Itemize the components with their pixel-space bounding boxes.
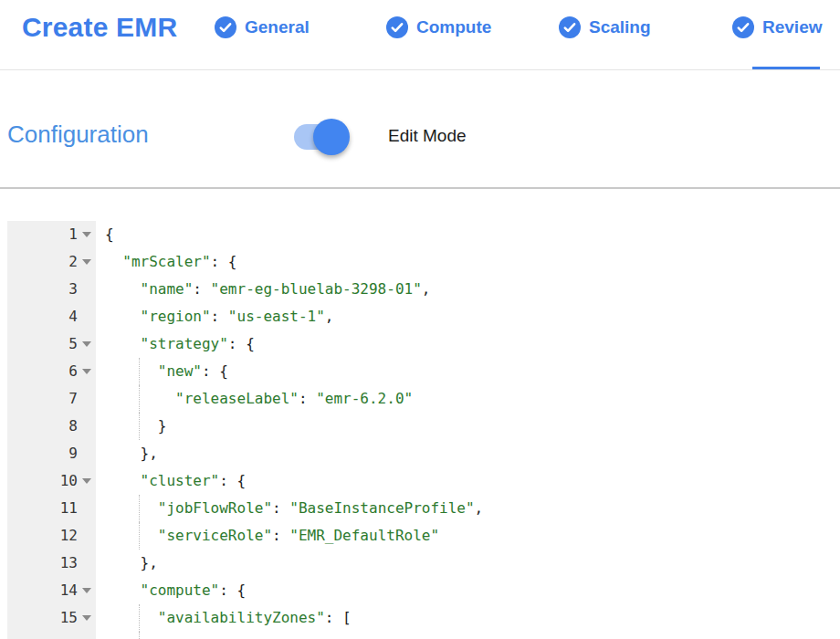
code-line-text[interactable]: "region": "us-east-1", — [105, 303, 840, 330]
fold-toggle-icon[interactable] — [82, 259, 91, 265]
step-label: Review — [762, 17, 822, 37]
line-number: 12 — [7, 522, 78, 550]
line-number: 16 — [7, 632, 78, 639]
code-line[interactable]: 7 "releaseLabel": "emr-6.2.0" — [7, 385, 840, 413]
gutter: 12 — [7, 522, 96, 550]
gutter: 9 — [7, 440, 96, 467]
indent-guide — [139, 358, 140, 385]
code-line-text[interactable]: "mrScaler": { — [105, 248, 840, 276]
fold-toggle-icon[interactable] — [82, 341, 91, 347]
code-cell[interactable]: "compute": { — [96, 577, 840, 604]
step-completed-icon — [386, 16, 408, 38]
fold-toggle-icon[interactable] — [82, 369, 91, 374]
fold-toggle-icon[interactable] — [82, 588, 91, 593]
code-cell[interactable]: "new": { — [96, 358, 840, 385]
fold-cell — [78, 495, 96, 522]
code-line-text[interactable]: "compute": { — [105, 577, 840, 604]
code-cell[interactable]: }, — [96, 440, 840, 467]
fold-cell — [78, 358, 96, 385]
fold-toggle-icon[interactable] — [82, 615, 91, 621]
fold-cell — [78, 522, 96, 550]
code-cell[interactable]: { — [96, 632, 840, 639]
code-line[interactable]: 9 }, — [7, 440, 840, 467]
step-completed-icon — [732, 16, 754, 38]
step-compute[interactable]: Compute — [386, 16, 491, 39]
code-line-text[interactable]: "new": { — [105, 358, 840, 385]
code-line[interactable]: 14 "compute": { — [7, 577, 840, 604]
code-line-text[interactable]: "serviceRole": "EMR_DefaultRole" — [105, 522, 840, 550]
code-cell[interactable]: { — [96, 221, 840, 248]
code-cell[interactable]: "cluster": { — [96, 467, 840, 495]
code-cell[interactable]: "strategy": { — [96, 330, 840, 358]
fold-cell — [78, 604, 96, 632]
code-line-text[interactable]: { — [105, 221, 840, 248]
section-title: Configuration — [7, 120, 149, 149]
gutter: 5 — [7, 330, 96, 358]
code-line[interactable]: 8 } — [7, 413, 840, 440]
line-number: 5 — [7, 330, 78, 358]
code-line[interactable]: 15 "availabilityZones": [ — [7, 604, 840, 632]
code-line-text[interactable]: "name": "emr-eg-bluelab-3298-01", — [105, 276, 840, 303]
fold-cell — [78, 632, 96, 639]
edit-mode-toggle[interactable] — [294, 124, 345, 150]
step-label: Compute — [416, 17, 491, 37]
fold-toggle-icon[interactable] — [82, 478, 91, 484]
code-line-text[interactable]: { — [105, 632, 840, 639]
gutter: 8 — [7, 413, 96, 440]
gutter: 13 — [7, 550, 96, 577]
code-cell[interactable]: "serviceRole": "EMR_DefaultRole" — [96, 522, 840, 550]
step-completed-icon — [559, 16, 581, 38]
line-number: 9 — [7, 440, 78, 467]
code-line[interactable]: 10 "cluster": { — [7, 467, 840, 495]
code-line[interactable]: 1{ — [7, 221, 840, 248]
code-line-text[interactable]: }, — [105, 440, 840, 467]
gutter: 15 — [7, 604, 96, 632]
gutter: 11 — [7, 495, 96, 522]
code-line[interactable]: 2 "mrScaler": { — [7, 248, 840, 276]
code-cell[interactable]: }, — [96, 550, 840, 577]
code-line[interactable]: 12 "serviceRole": "EMR_DefaultRole" — [7, 522, 840, 550]
code-line[interactable]: 11 "jobFlowRole": "BaseInstanceProfile", — [7, 495, 840, 522]
step-general[interactable]: General — [215, 16, 310, 39]
fold-toggle-icon[interactable] — [82, 232, 91, 237]
code-cell[interactable]: "jobFlowRole": "BaseInstanceProfile", — [96, 495, 840, 522]
code-editor[interactable]: 1{2 "mrScaler": {3 "name": "emr-eg-bluel… — [7, 221, 840, 639]
code-line-text[interactable]: "cluster": { — [105, 467, 840, 495]
code-line[interactable]: 13 }, — [7, 550, 840, 577]
fold-cell — [78, 221, 96, 248]
step-review[interactable]: Review — [732, 16, 822, 39]
line-number: 1 — [7, 221, 78, 248]
indent-guide — [139, 495, 140, 522]
code-line-text[interactable]: "strategy": { — [105, 330, 840, 358]
code-cell[interactable]: "name": "emr-eg-bluelab-3298-01", — [96, 276, 840, 303]
indent-guide — [139, 413, 140, 440]
code-line-text[interactable]: } — [105, 413, 840, 440]
indent-guide — [139, 522, 140, 550]
code-line[interactable]: 3 "name": "emr-eg-bluelab-3298-01", — [7, 276, 840, 303]
code-line[interactable]: 5 "strategy": { — [7, 330, 840, 358]
code-cell[interactable]: "mrScaler": { — [96, 248, 840, 276]
wizard-header: Create EMR General Compute Scaling Revie… — [0, 0, 840, 70]
code-cell[interactable]: "region": "us-east-1", — [96, 303, 840, 330]
code-line-text[interactable]: "jobFlowRole": "BaseInstanceProfile", — [105, 495, 840, 522]
gutter: 3 — [7, 276, 96, 303]
code-line-text[interactable]: "availabilityZones": [ — [105, 604, 840, 632]
fold-cell — [78, 577, 96, 604]
code-cell[interactable]: "releaseLabel": "emr-6.2.0" — [96, 385, 840, 413]
gutter: 16 — [7, 632, 96, 639]
code-line[interactable]: 16 { — [7, 632, 840, 639]
fold-cell — [78, 467, 96, 495]
gutter: 7 — [7, 385, 96, 413]
code-line-text[interactable]: "releaseLabel": "emr-6.2.0" — [105, 385, 840, 413]
code-line[interactable]: 4 "region": "us-east-1", — [7, 303, 840, 330]
fold-cell — [78, 276, 96, 303]
step-label: Scaling — [589, 17, 651, 37]
fold-cell — [78, 248, 96, 276]
step-scaling[interactable]: Scaling — [559, 16, 651, 39]
fold-cell — [78, 413, 96, 440]
code-cell[interactable]: } — [96, 413, 840, 440]
gutter: 14 — [7, 577, 96, 604]
code-line[interactable]: 6 "new": { — [7, 358, 840, 385]
code-line-text[interactable]: }, — [105, 550, 840, 577]
code-cell[interactable]: "availabilityZones": [ — [96, 604, 840, 632]
